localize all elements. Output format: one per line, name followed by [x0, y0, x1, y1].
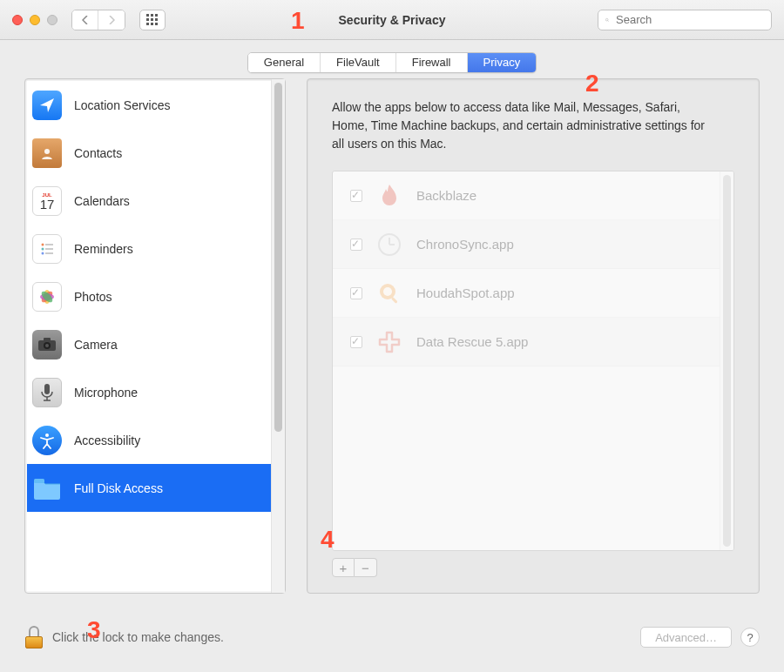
tabs: General FileVault Firewall Privacy — [247, 52, 537, 73]
microphone-icon — [32, 378, 62, 407]
calendar-icon: JUL 17 — [32, 186, 62, 216]
tab-filevault[interactable]: FileVault — [321, 53, 396, 72]
tab-firewall[interactable]: Firewall — [396, 53, 468, 72]
category-photos[interactable]: Photos — [27, 272, 271, 320]
svg-line-10 — [608, 20, 609, 21]
category-label: Microphone — [74, 386, 138, 400]
search-field[interactable] — [598, 10, 772, 30]
accessibility-icon — [32, 426, 62, 455]
svg-rect-36 — [391, 297, 398, 304]
lock-shackle-icon — [29, 626, 39, 636]
app-name: Backblaze — [416, 188, 476, 203]
category-location-services[interactable]: Location Services — [27, 81, 271, 129]
svg-rect-6 — [146, 23, 149, 25]
category-reminders[interactable]: Reminders — [27, 225, 271, 272]
svg-rect-8 — [155, 23, 158, 25]
svg-rect-30 — [34, 479, 44, 483]
svg-rect-13 — [45, 244, 53, 245]
help-button[interactable]: ? — [740, 628, 760, 647]
nav-back-forward — [71, 10, 125, 30]
data-rescue-icon — [376, 329, 402, 355]
svg-rect-25 — [44, 338, 51, 341]
grid-icon — [146, 14, 159, 26]
svg-point-29 — [45, 433, 49, 437]
category-label: Reminders — [74, 242, 133, 256]
svg-point-16 — [42, 252, 44, 254]
svg-rect-4 — [151, 18, 153, 21]
forward-button[interactable] — [98, 10, 125, 30]
tab-privacy[interactable]: Privacy — [468, 53, 537, 72]
add-app-button[interactable]: + — [332, 558, 355, 577]
category-microphone[interactable]: Microphone — [27, 368, 271, 416]
app-checkbox[interactable] — [350, 287, 362, 299]
app-row[interactable]: Backblaze — [333, 171, 720, 220]
chronosync-icon — [376, 232, 402, 258]
svg-rect-26 — [44, 384, 50, 394]
category-accessibility[interactable]: Accessibility — [27, 416, 271, 464]
svg-rect-7 — [151, 23, 153, 25]
category-label: Full Disk Access — [74, 481, 163, 495]
svg-point-24 — [45, 344, 49, 347]
svg-point-35 — [383, 287, 392, 296]
tab-general[interactable]: General — [248, 53, 321, 72]
app-checkbox[interactable] — [350, 336, 362, 348]
search-input[interactable] — [614, 12, 764, 27]
svg-point-11 — [44, 149, 50, 154]
privacy-category-list: Location Services Contacts JUL 17 Calend… — [24, 78, 286, 594]
detail-pane: Allow the apps below to access data like… — [307, 78, 760, 594]
category-camera[interactable]: Camera — [27, 320, 271, 368]
svg-rect-15 — [45, 248, 53, 250]
photos-icon — [32, 282, 62, 312]
category-scrollbar[interactable] — [271, 79, 285, 593]
svg-rect-17 — [45, 252, 53, 254]
show-all-prefs-button[interactable] — [139, 10, 166, 30]
houdahspot-icon — [376, 280, 402, 306]
category-calendars[interactable]: JUL 17 Calendars — [27, 177, 271, 225]
category-contacts[interactable]: Contacts — [27, 129, 271, 177]
app-row[interactable]: Data Rescue 5.app — [333, 318, 720, 366]
app-checkbox[interactable] — [350, 190, 362, 202]
contacts-icon — [32, 138, 62, 168]
svg-point-9 — [605, 18, 608, 21]
category-label: Contacts — [74, 146, 122, 160]
category-label: Accessibility — [74, 433, 140, 447]
app-name: HoudahSpot.app — [416, 286, 515, 300]
titlebar: Security & Privacy — [0, 0, 784, 40]
svg-rect-1 — [151, 14, 153, 17]
lock-body-icon — [25, 636, 43, 648]
lock-message: Click the lock to make changes. — [52, 630, 224, 644]
window-controls — [12, 15, 57, 25]
zoom-window-button[interactable] — [47, 15, 57, 25]
close-window-button[interactable] — [12, 15, 23, 25]
svg-rect-5 — [155, 18, 158, 21]
app-list: Backblaze ChronoSync.app HoudahSpot.app — [332, 171, 734, 551]
lock-button[interactable] — [24, 626, 44, 648]
svg-rect-2 — [155, 14, 158, 17]
back-button[interactable] — [72, 10, 98, 30]
app-list-scrollbar[interactable] — [720, 171, 733, 550]
camera-icon — [32, 330, 62, 360]
minimize-window-button[interactable] — [30, 15, 40, 25]
add-remove-controls: + − — [332, 558, 734, 577]
category-full-disk-access[interactable]: Full Disk Access — [27, 464, 271, 512]
svg-point-12 — [42, 243, 44, 245]
footer: Click the lock to make changes. Advanced… — [24, 622, 760, 653]
category-label: Photos — [74, 290, 112, 304]
app-name: Data Rescue 5.app — [416, 334, 528, 349]
chevron-right-icon — [108, 16, 115, 24]
remove-app-button[interactable]: − — [355, 558, 377, 577]
backblaze-icon — [376, 183, 402, 209]
app-checkbox[interactable] — [350, 239, 362, 251]
svg-rect-3 — [146, 18, 149, 21]
category-label: Camera — [74, 338, 118, 352]
advanced-button[interactable]: Advanced… — [640, 627, 732, 648]
app-row[interactable]: ChronoSync.app — [333, 220, 720, 269]
app-name: ChronoSync.app — [416, 237, 514, 252]
search-icon — [605, 15, 609, 25]
location-icon — [32, 91, 62, 120]
tabs-row: General FileVault Firewall Privacy — [0, 40, 784, 78]
app-row[interactable]: HoudahSpot.app — [333, 269, 720, 318]
chevron-left-icon — [82, 16, 89, 24]
svg-rect-0 — [146, 14, 149, 17]
category-label: Location Services — [74, 98, 171, 112]
